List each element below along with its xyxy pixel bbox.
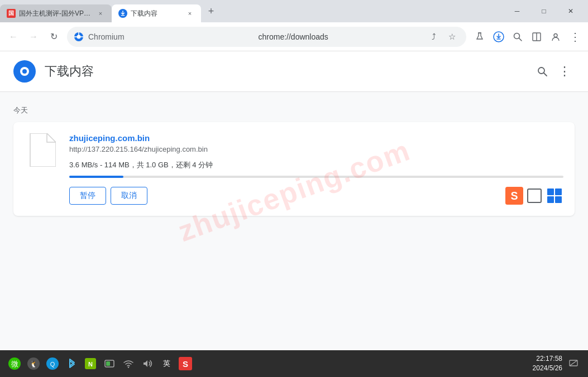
inactive-tab-close[interactable]: ×	[96, 9, 105, 18]
sogou-input-icon[interactable]: S	[178, 356, 193, 371]
window-controls: ─ □ ✕	[504, 0, 588, 22]
download-item: zhujiceping.com.bin http://137.220.215.1…	[13, 122, 575, 216]
downloads-header: 下载内容 ⋮	[0, 51, 588, 92]
cancel-button[interactable]: 取消	[111, 187, 147, 205]
profile-button[interactable]	[547, 28, 565, 46]
download-url: http://137.220.215.164/zhujiceping.com.b…	[69, 145, 563, 153]
qq-icon[interactable]: Q	[45, 356, 60, 371]
svg-rect-33	[106, 361, 110, 366]
bluetooth-icon[interactable]	[64, 356, 79, 371]
svg-text:S: S	[183, 359, 188, 369]
system-clock[interactable]: 22:17:58 2024/5/26	[533, 354, 562, 373]
more-options-button[interactable]: ⋮	[554, 61, 575, 81]
address-bar-icons: ⤴ ☆	[426, 29, 460, 45]
download-status: 3.6 MB/s - 114 MB，共 1.0 GB，还剩 4 分钟	[69, 160, 563, 170]
minimize-button[interactable]: ─	[504, 0, 530, 22]
active-tab-favicon	[118, 9, 127, 18]
search-downloads-button[interactable]	[532, 61, 552, 81]
back-button[interactable]: ←	[4, 28, 22, 46]
maximize-button[interactable]: □	[531, 0, 557, 22]
pause-button[interactable]: 暂停	[69, 187, 106, 205]
page-title: 下载内容	[45, 63, 523, 80]
hardware-icon[interactable]	[102, 356, 117, 371]
address-bar[interactable]: Chromium chrome://downloads ⤴ ☆	[67, 27, 466, 47]
close-button[interactable]: ✕	[558, 0, 584, 22]
download-filename[interactable]: zhujiceping.com.bin	[69, 133, 563, 143]
clock-date: 2024/5/26	[533, 364, 562, 373]
active-tab-title: 下载内容	[131, 9, 182, 18]
wifi-icon[interactable]	[121, 356, 136, 371]
download-actions: 暂停 取消	[69, 187, 563, 205]
downloads-header-icons: ⋮	[532, 61, 575, 81]
file-icon	[27, 133, 56, 167]
sogou-app-icon[interactable]: S	[505, 187, 523, 205]
address-url: chrome://downloads	[259, 32, 422, 41]
browser-toolbar: ← → ↻ Chromium chrome://downloads ⤴ ☆	[0, 22, 588, 51]
search-button[interactable]	[509, 28, 527, 46]
download-item-right-icons: S	[505, 187, 563, 205]
grid-app-icon[interactable]	[546, 187, 563, 205]
svg-point-34	[128, 366, 129, 368]
svg-point-11	[554, 33, 557, 37]
bookmark-icon[interactable]: ☆	[444, 29, 460, 45]
menu-button[interactable]: ⋮	[566, 28, 584, 46]
app2-icon[interactable]: 🐧	[26, 356, 41, 371]
new-tab-button[interactable]: +	[203, 3, 219, 19]
notification-button[interactable]	[566, 356, 581, 371]
taskbar: 微 🐧 Q N	[0, 350, 588, 377]
svg-point-14	[22, 69, 27, 74]
split-view-button[interactable]	[528, 28, 546, 46]
progress-bar	[69, 176, 563, 178]
toolbar-right-icons: ⋮	[471, 28, 584, 46]
address-favicon	[74, 32, 84, 42]
title-bar: 国 国外主机测评-国外VPS、国... × 下载内容 × + ─ □ ✕	[0, 0, 588, 22]
forward-button[interactable]: →	[25, 28, 42, 46]
svg-point-15	[538, 67, 544, 74]
svg-rect-21	[555, 188, 562, 195]
wechat-icon[interactable]: 微	[7, 356, 22, 371]
svg-line-8	[519, 38, 522, 41]
svg-rect-20	[547, 188, 554, 195]
clock-time: 22:17:58	[533, 354, 562, 364]
volume-icon[interactable]	[140, 356, 155, 371]
reload-button[interactable]: ↻	[45, 28, 63, 46]
tab-inactive[interactable]: 国 国外主机测评-国外VPS、国... ×	[0, 4, 112, 22]
inactive-tab-title: 国外主机测评-国外VPS、国...	[19, 9, 93, 18]
svg-text:N: N	[88, 361, 93, 368]
nvidia-icon[interactable]: N	[83, 356, 98, 371]
tab-active[interactable]: 下载内容 ×	[112, 4, 201, 22]
svg-rect-19	[528, 189, 541, 202]
svg-text:Q: Q	[50, 361, 55, 368]
page-content: zhujiceping.com 下载内容 ⋮ 今天	[0, 51, 588, 350]
downloads-logo	[13, 60, 36, 83]
svg-rect-23	[555, 196, 562, 203]
language-icon[interactable]: 英	[159, 356, 174, 371]
svg-point-3	[77, 35, 81, 38]
address-brand: Chromium	[88, 32, 252, 41]
inactive-tab-favicon: 国	[7, 9, 16, 18]
svg-line-16	[544, 73, 547, 76]
active-tab-close[interactable]: ×	[185, 9, 194, 18]
date-label: 今天	[13, 105, 575, 115]
download-indicator[interactable]	[490, 28, 508, 46]
progress-bar-fill	[69, 176, 123, 178]
share-icon[interactable]: ⤴	[426, 29, 442, 45]
extension-icon[interactable]	[471, 28, 489, 46]
square-app-icon[interactable]	[525, 187, 543, 205]
svg-text:🐧: 🐧	[30, 360, 38, 368]
svg-text:S: S	[510, 190, 518, 202]
svg-rect-22	[547, 196, 554, 203]
svg-text:微: 微	[11, 360, 18, 368]
downloads-section: 今天 zhujiceping.com.bin http://137.220.21…	[0, 92, 588, 220]
svg-line-38	[570, 360, 577, 366]
